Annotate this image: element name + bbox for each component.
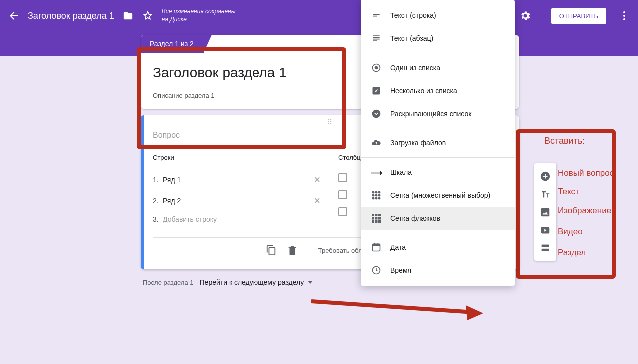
qtype-short-text[interactable]: Текст (строка) bbox=[361, 4, 515, 27]
svg-point-21 bbox=[378, 197, 381, 200]
remove-row-icon[interactable]: × bbox=[312, 194, 322, 207]
app-header: Заголовок раздела 1 Все изменения сохран… bbox=[0, 0, 638, 32]
svg-rect-29 bbox=[375, 220, 378, 223]
remove-row-icon[interactable]: × bbox=[312, 173, 322, 186]
qtype-date[interactable]: Дата bbox=[361, 236, 515, 259]
save-status: Все изменения сохраненына Диске bbox=[162, 8, 236, 23]
qtype-checkbox-grid[interactable]: Сетка флажков bbox=[361, 207, 515, 230]
svg-rect-24 bbox=[378, 214, 381, 216]
add-section-button[interactable] bbox=[536, 239, 554, 257]
qtype-time[interactable]: Время bbox=[361, 259, 515, 282]
svg-point-0 bbox=[623, 11, 625, 13]
settings-icon[interactable] bbox=[519, 10, 531, 22]
qtype-scale[interactable]: ⟶Шкала bbox=[361, 161, 515, 184]
row-item[interactable]: 2.Ряд 2× bbox=[153, 190, 322, 211]
svg-rect-34 bbox=[378, 243, 379, 245]
section-tag: Раздел 1 из 2 bbox=[141, 35, 203, 53]
annotation-title: Вставить: bbox=[544, 136, 585, 146]
rows-column: Строки 1.Ряд 1× 2.Ряд 2× 3.Добавить стро… bbox=[153, 154, 322, 227]
after-section-select[interactable]: Перейти к следующему разделу bbox=[200, 278, 313, 286]
svg-point-16 bbox=[372, 194, 375, 197]
add-image-button[interactable] bbox=[536, 203, 554, 221]
floating-toolbar bbox=[534, 163, 556, 261]
svg-rect-30 bbox=[378, 220, 381, 223]
qtype-paragraph[interactable]: Текст (абзац) bbox=[361, 27, 515, 50]
after-label: После раздела 1 bbox=[143, 279, 194, 286]
add-question-button[interactable] bbox=[536, 167, 554, 185]
annotation-arrow bbox=[309, 291, 483, 321]
qtype-dropdown[interactable]: Раскрывающийся список bbox=[361, 102, 515, 125]
svg-rect-32 bbox=[373, 244, 380, 246]
folder-icon[interactable] bbox=[122, 10, 134, 22]
svg-rect-25 bbox=[372, 217, 374, 220]
qtype-radio[interactable]: Один из списка bbox=[361, 56, 515, 79]
svg-point-2 bbox=[623, 18, 625, 20]
question-type-menu[interactable]: Текст (строка) Текст (абзац) Один из спи… bbox=[361, 0, 515, 286]
more-icon[interactable] bbox=[618, 10, 630, 22]
annotation-highlight-sidebar bbox=[516, 129, 616, 279]
svg-rect-28 bbox=[372, 220, 374, 223]
annotation-label: Раздел bbox=[558, 248, 586, 258]
qtype-grid[interactable]: Сетка (множественный выбор) bbox=[361, 184, 515, 207]
svg-point-18 bbox=[378, 194, 381, 197]
annotation-label: Изображение bbox=[558, 206, 611, 216]
svg-point-19 bbox=[372, 197, 375, 200]
svg-point-12 bbox=[372, 110, 381, 118]
form-title[interactable]: Заголовок раздела 1 bbox=[28, 11, 114, 21]
back-icon[interactable] bbox=[8, 10, 20, 22]
svg-rect-40 bbox=[542, 249, 549, 251]
svg-point-10 bbox=[375, 66, 378, 70]
add-video-button[interactable] bbox=[536, 221, 554, 239]
svg-point-1 bbox=[623, 15, 625, 17]
svg-rect-33 bbox=[374, 243, 375, 245]
send-button[interactable]: ОТПРАВИТЬ bbox=[551, 8, 606, 24]
svg-point-15 bbox=[378, 191, 381, 194]
svg-rect-23 bbox=[375, 214, 378, 216]
qtype-upload[interactable]: Загрузка файлов bbox=[361, 131, 515, 154]
qtype-checkbox[interactable]: Несколько из списка bbox=[361, 79, 515, 102]
svg-rect-26 bbox=[375, 217, 378, 220]
add-row[interactable]: 3.Добавить строку bbox=[153, 211, 322, 227]
rows-label: Строки bbox=[153, 154, 322, 161]
star-icon[interactable] bbox=[142, 10, 154, 22]
delete-icon[interactable] bbox=[287, 245, 298, 256]
add-text-button[interactable] bbox=[536, 185, 554, 203]
duplicate-icon[interactable] bbox=[266, 245, 277, 256]
svg-point-20 bbox=[375, 197, 378, 200]
drag-handle-icon[interactable]: ⠿ bbox=[327, 118, 333, 126]
annotation-label: Текст bbox=[558, 187, 579, 197]
svg-point-17 bbox=[375, 194, 378, 197]
svg-rect-27 bbox=[378, 217, 381, 220]
svg-rect-22 bbox=[372, 214, 374, 216]
annotation-label: Новый вопрос bbox=[558, 168, 614, 178]
svg-rect-37 bbox=[541, 208, 550, 217]
svg-rect-39 bbox=[542, 245, 549, 247]
row-item[interactable]: 1.Ряд 1× bbox=[153, 169, 322, 190]
svg-point-13 bbox=[372, 191, 375, 194]
svg-point-14 bbox=[375, 191, 378, 194]
annotation-label: Видео bbox=[558, 227, 583, 237]
